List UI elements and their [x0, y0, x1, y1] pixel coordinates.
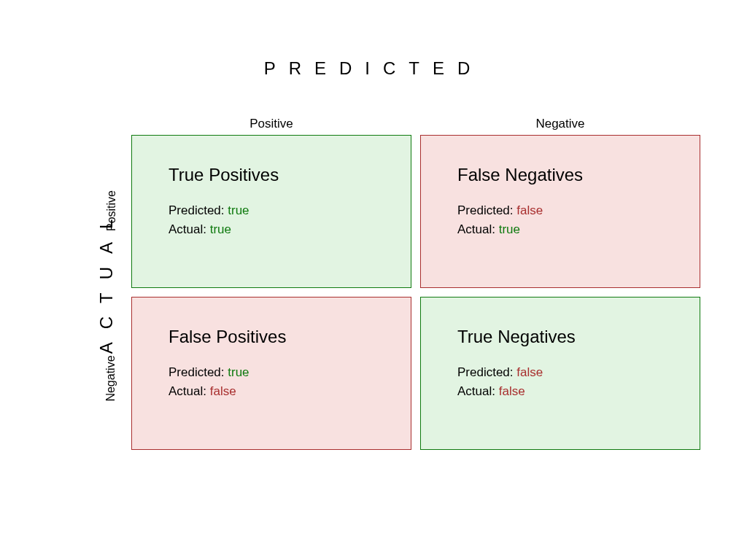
cell-actual-line: Actual: true	[457, 220, 678, 239]
actual-value: false	[499, 384, 525, 398]
actual-value: true	[210, 222, 231, 236]
cell-title: False Positives	[169, 327, 389, 347]
cell-predicted-line: Predicted: true	[169, 201, 389, 220]
predicted-value: false	[516, 203, 543, 217]
row-header-negative: Negative	[104, 355, 117, 401]
actual-prefix: Actual:	[457, 222, 499, 236]
actual-value: false	[210, 384, 236, 398]
cell-predicted-line: Predicted: true	[169, 363, 389, 382]
col-header-negative: Negative	[420, 117, 700, 131]
actual-prefix: Actual:	[169, 384, 210, 398]
actual-value: true	[499, 222, 520, 236]
predicted-prefix: Predicted:	[457, 365, 516, 379]
cell-title: True Negatives	[457, 327, 678, 347]
predicted-prefix: Predicted:	[169, 365, 228, 379]
predicted-prefix: Predicted:	[457, 203, 516, 217]
actual-prefix: Actual:	[169, 222, 210, 236]
predicted-value: true	[228, 203, 249, 217]
predicted-value: false	[516, 365, 543, 379]
cell-false-positives: False Positives Predicted: true Actual: …	[131, 297, 411, 450]
cell-false-negatives: False Negatives Predicted: false Actual:…	[420, 135, 700, 288]
cell-actual-line: Actual: false	[457, 382, 678, 401]
cell-true-negatives: True Negatives Predicted: false Actual: …	[420, 297, 700, 450]
cell-title: False Negatives	[457, 165, 678, 185]
cell-predicted-line: Predicted: false	[457, 201, 678, 220]
row-header-positive: Positive	[105, 190, 118, 231]
cell-actual-line: Actual: true	[169, 220, 389, 239]
cell-actual-line: Actual: false	[169, 382, 389, 401]
predicted-value: true	[228, 365, 249, 379]
confusion-matrix-grid: True Positives Predicted: true Actual: t…	[131, 135, 700, 450]
actual-prefix: Actual:	[457, 384, 499, 398]
col-header-positive: Positive	[131, 117, 411, 131]
predicted-axis-label: PREDICTED	[0, 58, 747, 79]
cell-title: True Positives	[169, 165, 389, 185]
column-headers: Positive Negative	[131, 117, 700, 131]
cell-true-positives: True Positives Predicted: true Actual: t…	[131, 135, 411, 288]
predicted-prefix: Predicted:	[169, 203, 228, 217]
cell-predicted-line: Predicted: false	[457, 363, 678, 382]
